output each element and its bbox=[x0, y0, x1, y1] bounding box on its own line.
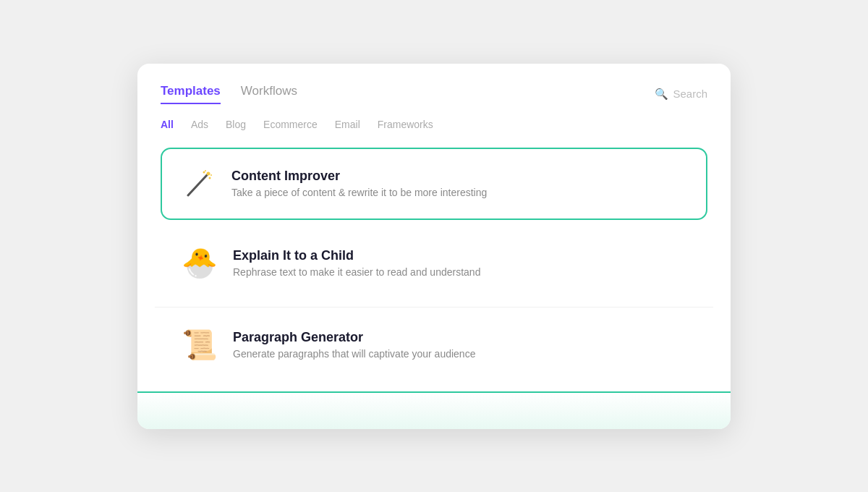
template-title-explain-child: Explain It to a Child bbox=[233, 248, 480, 263]
template-card-content-improver[interactable]: Content Improver Take a piece of content… bbox=[161, 148, 707, 220]
template-desc-paragraph-generator: Generate paragraphs that will captivate … bbox=[233, 348, 475, 360]
template-info-content-improver: Content Improver Take a piece of content… bbox=[231, 169, 487, 198]
template-card-explain-child[interactable]: 🐣 Explain It to a Child Rephrase text to… bbox=[161, 229, 707, 298]
filter-email[interactable]: Email bbox=[335, 119, 360, 130]
svg-point-5 bbox=[210, 174, 212, 176]
template-title-content-improver: Content Improver bbox=[231, 169, 487, 184]
filter-all[interactable]: All bbox=[161, 119, 174, 130]
chick-icon: 🐣 bbox=[181, 245, 218, 282]
svg-point-4 bbox=[205, 170, 206, 171]
template-info-explain-child: Explain It to a Child Rephrase text to m… bbox=[233, 248, 480, 278]
svg-point-1 bbox=[207, 171, 210, 175]
filter-blog[interactable]: Blog bbox=[226, 119, 246, 130]
divider-1 bbox=[155, 307, 713, 308]
template-desc-content-improver: Take a piece of content & rewrite it to … bbox=[231, 187, 487, 198]
tab-templates[interactable]: Templates bbox=[161, 84, 221, 104]
template-list: Content Improver Take a piece of content… bbox=[161, 148, 707, 386]
svg-line-0 bbox=[188, 175, 207, 195]
tab-workflows[interactable]: Workflows bbox=[241, 84, 297, 104]
filters-row: All Ads Blog Ecommerce Email Frameworks bbox=[161, 119, 707, 130]
bottom-bar bbox=[137, 391, 731, 429]
template-desc-explain-child: Rephrase text to make it easier to read … bbox=[233, 266, 480, 278]
search-area: 🔍 Search bbox=[655, 88, 707, 101]
wand-icon bbox=[179, 165, 217, 203]
tabs-row: Templates Workflows 🔍 Search bbox=[161, 84, 707, 104]
template-title-paragraph-generator: Paragraph Generator bbox=[233, 330, 475, 345]
main-panel: Templates Workflows 🔍 Search All Ads Blo… bbox=[137, 64, 731, 429]
svg-point-3 bbox=[209, 177, 211, 179]
svg-point-2 bbox=[203, 171, 205, 173]
template-card-paragraph-generator[interactable]: 📜 Paragraph Generator Generate paragraph… bbox=[161, 310, 707, 380]
filter-frameworks[interactable]: Frameworks bbox=[378, 119, 433, 130]
filter-ads[interactable]: Ads bbox=[191, 119, 208, 130]
scroll-icon: 📜 bbox=[181, 326, 218, 364]
filter-ecommerce[interactable]: Ecommerce bbox=[263, 119, 318, 130]
template-info-paragraph-generator: Paragraph Generator Generate paragraphs … bbox=[233, 330, 475, 360]
search-placeholder[interactable]: Search bbox=[673, 88, 707, 100]
search-icon: 🔍 bbox=[655, 88, 668, 101]
